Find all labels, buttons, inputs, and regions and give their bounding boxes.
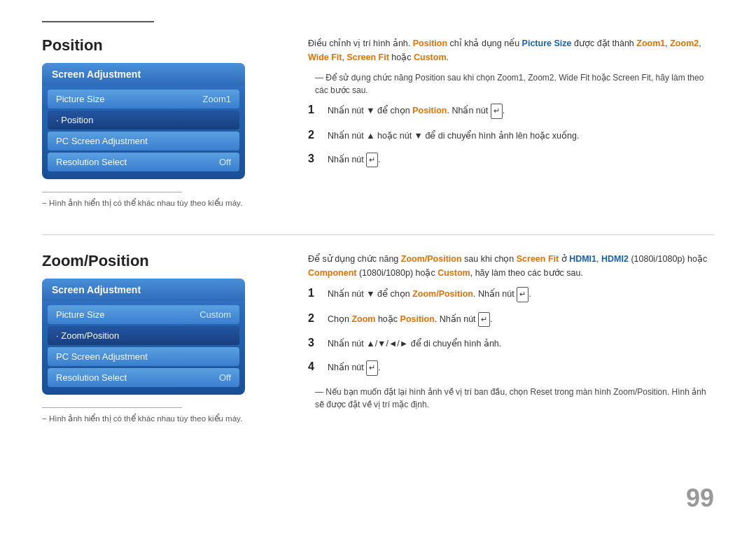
step-text-1-2: Nhấn nút ▲ hoặc nút ▼ để di chuyển hình … xyxy=(328,129,579,143)
section-title-position: Position xyxy=(42,36,280,55)
zp-zoom-position: Zoom/Position xyxy=(401,254,462,264)
enter-icon-3: ↵ xyxy=(517,287,528,302)
menu-label-pc-screen-1: PC Screen Adjustment xyxy=(56,136,148,146)
page-number: 99 xyxy=(686,484,714,513)
step-text-2-4: Nhấn nút ↵. xyxy=(328,360,381,376)
section-zoom-position: Zoom/Position Screen Adjustment Picture … xyxy=(42,252,714,429)
highlight-position: Position xyxy=(413,38,447,48)
zp-hdmi2: HDMI2 xyxy=(601,254,629,264)
screen-adjustment-title-2: Screen Adjustment xyxy=(42,279,245,301)
enter-icon-5: ↵ xyxy=(366,360,378,376)
menu-label-resolution-1: Resolution Select xyxy=(56,157,127,167)
step-2-3: 3 Nhấn nút ▲/▼/◄/► để di chuyển hình ảnh… xyxy=(308,337,714,351)
highlight-widefit: Wide Fit xyxy=(308,52,342,62)
note-below-2: Hình ảnh hiển thị có thể khác nhau tùy t… xyxy=(42,414,280,423)
st22-position: Position xyxy=(400,314,435,324)
right-panel-zoom: Để sử dụng chức năng Zoom/Position sau k… xyxy=(301,252,714,429)
intro-text-position: Điều chỉnh vị trí hình ảnh. Position chỉ… xyxy=(308,36,714,64)
enter-icon-2: ↵ xyxy=(366,153,378,168)
top-divider xyxy=(42,21,154,22)
step-1-3: 3 Nhấn nút ↵. xyxy=(308,153,714,168)
divider-2 xyxy=(42,407,182,408)
highlight-custom: Custom xyxy=(414,52,447,62)
menu-item-picture-size-1[interactable]: Picture Size Zoom1 xyxy=(48,90,239,108)
menu-value-resolution-1: Off xyxy=(219,157,231,167)
menu-item-position[interactable]: · Position xyxy=(48,111,239,129)
step-num-2-3: 3 xyxy=(308,337,328,349)
menu-value-resolution-2: Off xyxy=(219,372,231,383)
step-num-2-4: 4 xyxy=(308,360,328,373)
steps-zoom: 1 Nhấn nút ▼ để chọn Zoom/Position. Nhấn… xyxy=(308,287,714,376)
highlight-picture-size: Picture Size xyxy=(522,38,572,48)
menu-item-zoom-position[interactable]: · Zoom/Position xyxy=(48,326,239,345)
st22-zoom: Zoom xyxy=(351,314,375,324)
step-num-1-2: 2 xyxy=(308,129,328,141)
zp-custom: Custom xyxy=(438,268,470,278)
dn1-zoom1: Zoom1 xyxy=(497,73,523,83)
step-text-2-2: Chọn Zoom hoặc Position. Nhấn nút ↵. xyxy=(328,312,493,328)
screen-adjustment-title-1: Screen Adjustment xyxy=(42,63,245,85)
dash-note-1: Để sử dụng chức năng Position sau khi ch… xyxy=(308,71,714,97)
menu-label-resolution-2: Resolution Select xyxy=(56,372,127,383)
note-below-1: Hình ảnh hiển thị có thể khác nhau tùy t… xyxy=(42,198,280,208)
highlight-zoom2: Zoom2 xyxy=(670,38,699,48)
step-2-4: 4 Nhấn nút ↵. xyxy=(308,360,714,376)
divider-1 xyxy=(42,192,182,192)
dn1-position: Position xyxy=(415,73,445,83)
step-1-2: 2 Nhấn nút ▲ hoặc nút ▼ để di chuyển hìn… xyxy=(308,129,714,143)
section-position: Position Screen Adjustment Picture Size … xyxy=(42,36,714,213)
left-panel-position: Position Screen Adjustment Picture Size … xyxy=(42,36,301,213)
step-1-1: 1 Nhấn nút ▼ để chọn Position. Nhấn nút … xyxy=(308,104,714,119)
menu-item-picture-size-2[interactable]: Picture Size Custom xyxy=(48,305,239,324)
step-text-1-3: Nhấn nút ↵. xyxy=(328,153,381,168)
screen-adjustment-box-2: Screen Adjustment Picture Size Custom · … xyxy=(42,279,245,395)
zp-hdmi1: HDMI1 xyxy=(569,254,596,264)
step-text-2-3: Nhấn nút ▲/▼/◄/► để di chuyển hình ảnh. xyxy=(328,337,501,351)
enter-icon-1: ↵ xyxy=(491,104,503,119)
highlight-screenfit: Screen Fit xyxy=(346,52,388,62)
step-num-1-1: 1 xyxy=(308,104,328,116)
menu-label-zoom-position: · Zoom/Position xyxy=(56,330,119,341)
menu-item-resolution-1[interactable]: Resolution Select Off xyxy=(48,153,239,171)
st11-position: Position xyxy=(412,106,447,115)
step-2-2: 2 Chọn Zoom hoặc Position. Nhấn nút ↵. xyxy=(308,312,714,328)
left-panel-zoom: Zoom/Position Screen Adjustment Picture … xyxy=(42,252,301,429)
intro-text-zoom: Để sử dụng chức năng Zoom/Position sau k… xyxy=(308,252,714,280)
step-num-2-2: 2 xyxy=(308,312,328,325)
menu-item-pc-screen-1[interactable]: PC Screen Adjustment xyxy=(48,132,239,150)
dn2-zoom-position: Zoom/Position xyxy=(613,387,667,397)
menu-label-position: · Position xyxy=(56,115,93,125)
menu-value-picture-size-1: Zoom1 xyxy=(203,94,231,104)
section-title-zoom: Zoom/Position xyxy=(42,252,280,270)
menu-label-pc-screen-2: PC Screen Adjustment xyxy=(56,351,148,362)
highlight-zoom1: Zoom1 xyxy=(636,38,665,48)
menu-label-picture-size-2: Picture Size xyxy=(56,309,104,320)
dn1-zoom2: Zoom2 xyxy=(528,73,554,83)
menu-value-picture-size-2: Custom xyxy=(200,309,231,320)
dn2-reset: Reset xyxy=(530,387,552,397)
step-2-1: 1 Nhấn nút ▼ để chọn Zoom/Position. Nhấn… xyxy=(308,287,714,302)
zp-component: Component xyxy=(308,268,356,278)
dn1-widefit: Wide Fit xyxy=(559,73,589,83)
step-num-1-3: 3 xyxy=(308,153,328,165)
step-num-2-1: 1 xyxy=(308,287,328,300)
menu-item-pc-screen-2[interactable]: PC Screen Adjustment xyxy=(48,347,239,366)
steps-position: 1 Nhấn nút ▼ để chọn Position. Nhấn nút … xyxy=(308,104,714,167)
menu-item-resolution-2[interactable]: Resolution Select Off xyxy=(48,368,239,387)
dn1-screenfit: Screen Fit xyxy=(612,73,651,83)
dash-note-2: Nếu bạn muốn đặt lại hình ảnh về vị trí … xyxy=(308,386,714,411)
step-text-1-1: Nhấn nút ▼ để chọn Position. Nhấn nút ↵. xyxy=(328,104,505,119)
enter-icon-4: ↵ xyxy=(478,312,490,328)
right-panel-position: Điều chỉnh vị trí hình ảnh. Position chỉ… xyxy=(301,36,714,213)
zp-screenfit: Screen Fit xyxy=(517,254,559,264)
st21-zoom: Zoom/Position xyxy=(412,289,473,299)
screen-adjustment-box-1: Screen Adjustment Picture Size Zoom1 · P… xyxy=(42,63,245,179)
menu-label-picture-size-1: Picture Size xyxy=(56,94,104,104)
step-text-2-1: Nhấn nút ▼ để chọn Zoom/Position. Nhấn n… xyxy=(328,287,531,302)
section-separator xyxy=(42,234,714,235)
